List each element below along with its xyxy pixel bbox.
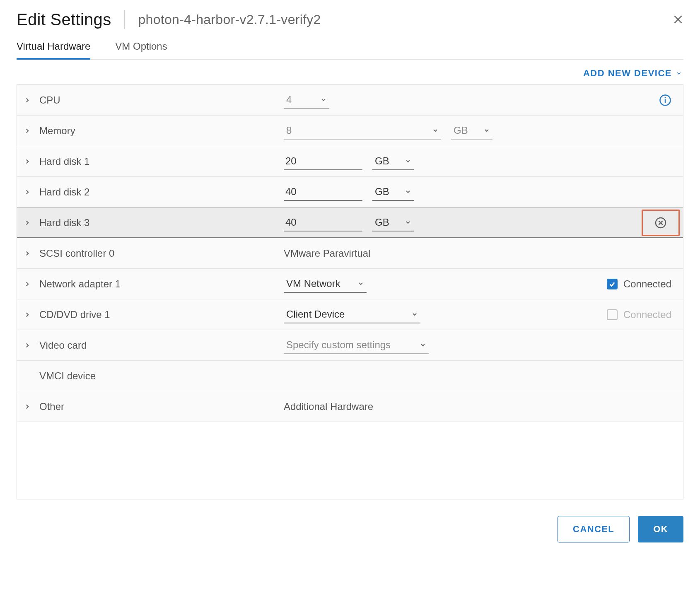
tabs: Virtual Hardware VM Options — [17, 41, 683, 60]
row-label: CPU — [39, 94, 284, 106]
chevron-right-icon — [24, 250, 31, 257]
connected-label: Connected — [623, 278, 671, 290]
video-settings-select[interactable]: Specify custom settings — [284, 337, 429, 354]
tab-virtual-hardware[interactable]: Virtual Hardware — [17, 41, 90, 60]
row-video-card[interactable]: Video card Specify custom settings — [17, 330, 683, 361]
svg-point-4 — [665, 97, 666, 98]
row-network-adapter-1[interactable]: Network adapter 1 VM Network Connected — [17, 269, 683, 299]
chevron-down-icon — [357, 280, 364, 287]
hdd3-size-input[interactable] — [284, 214, 362, 231]
close-icon[interactable] — [673, 14, 683, 25]
scsi0-value: VMware Paravirtual — [284, 248, 370, 259]
chevron-down-icon — [405, 219, 411, 226]
chevron-right-icon — [24, 96, 31, 104]
vm-name: photon-4-harbor-v2.7.1-verify2 — [138, 12, 321, 27]
chevron-down-icon — [420, 342, 426, 348]
chevron-right-icon — [24, 403, 31, 410]
chevron-down-icon — [405, 188, 411, 195]
ok-button[interactable]: OK — [638, 516, 683, 542]
row-label: Hard disk 3 — [39, 217, 284, 229]
row-label: SCSI controller 0 — [39, 248, 284, 259]
chevron-right-icon — [24, 311, 31, 318]
chevron-right-icon — [24, 342, 31, 349]
row-label: VMCI device — [39, 370, 284, 382]
memory-size-select[interactable]: 8 — [284, 122, 441, 140]
connected-label: Connected — [623, 309, 671, 321]
dialog-title: Edit Settings — [17, 10, 111, 29]
row-hard-disk-2[interactable]: Hard disk 2 GB — [17, 177, 683, 207]
cancel-button[interactable]: CANCEL — [558, 516, 630, 542]
row-memory[interactable]: Memory 8 GB — [17, 116, 683, 146]
chevron-right-icon — [24, 127, 31, 135]
row-label: Memory — [39, 125, 284, 137]
divider — [124, 10, 125, 29]
cd-connected-checkbox[interactable] — [607, 309, 618, 320]
dialog-header: Edit Settings photon-4-harbor-v2.7.1-ver… — [17, 10, 683, 41]
remove-device-highlight — [642, 210, 680, 236]
chevron-down-icon — [320, 96, 327, 103]
row-label: Network adapter 1 — [39, 278, 284, 290]
row-cpu[interactable]: CPU 4 — [17, 85, 683, 116]
row-label: Video card — [39, 340, 284, 351]
network-select[interactable]: VM Network — [284, 275, 367, 293]
hdd3-unit-select[interactable]: GB — [372, 214, 414, 231]
hdd2-unit-select[interactable]: GB — [372, 183, 414, 201]
remove-circle-icon[interactable] — [654, 216, 667, 229]
cd-drive-select[interactable]: Client Device — [284, 306, 420, 323]
memory-unit-select[interactable]: GB — [451, 122, 492, 140]
chevron-down-icon — [411, 311, 418, 318]
chevron-right-icon — [24, 158, 31, 165]
row-vmci-device[interactable]: VMCI device — [17, 361, 683, 391]
row-label: Other — [39, 401, 284, 412]
chevron-down-icon — [432, 127, 439, 134]
row-label: Hard disk 1 — [39, 156, 284, 167]
hdd1-unit-select[interactable]: GB — [372, 153, 414, 170]
hdd1-size-input[interactable] — [284, 153, 362, 170]
cpu-count-select[interactable]: 4 — [284, 92, 329, 109]
info-icon[interactable] — [659, 94, 671, 106]
add-new-device-label: ADD NEW DEVICE — [583, 68, 672, 79]
tab-vm-options[interactable]: VM Options — [115, 41, 167, 59]
chevron-down-icon — [483, 127, 490, 134]
hdd2-size-input[interactable] — [284, 183, 362, 201]
row-other[interactable]: Other Additional Hardware — [17, 391, 683, 422]
network-connected-checkbox[interactable] — [607, 279, 618, 289]
chevron-down-icon — [676, 70, 682, 76]
row-hard-disk-3[interactable]: Hard disk 3 GB — [17, 207, 683, 238]
chevron-right-icon — [24, 219, 31, 227]
row-scsi-controller-0[interactable]: SCSI controller 0 VMware Paravirtual — [17, 238, 683, 269]
add-new-device-button[interactable]: ADD NEW DEVICE — [583, 68, 682, 79]
hardware-panel: CPU 4 Memory 8 — [17, 84, 683, 499]
row-hard-disk-1[interactable]: Hard disk 1 GB — [17, 146, 683, 177]
row-cd-dvd-drive-1[interactable]: CD/DVD drive 1 Client Device Connected — [17, 299, 683, 330]
chevron-right-icon — [24, 280, 31, 288]
chevron-right-icon — [24, 188, 31, 196]
row-label: Hard disk 2 — [39, 186, 284, 198]
other-value: Additional Hardware — [284, 401, 373, 412]
row-label: CD/DVD drive 1 — [39, 309, 284, 321]
dialog-footer: CANCEL OK — [17, 499, 683, 542]
chevron-down-icon — [405, 158, 411, 164]
